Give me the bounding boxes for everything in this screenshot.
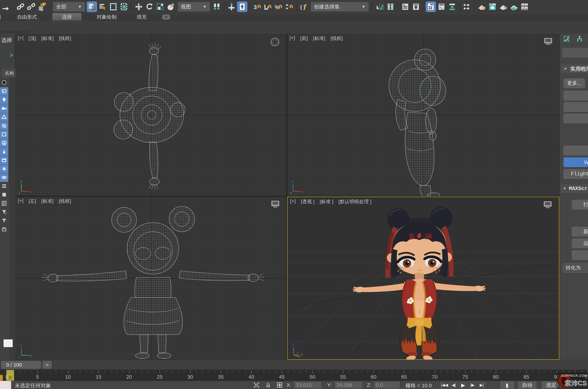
curve-editor-button[interactable] (436, 1, 447, 12)
render-setup-button[interactable] (477, 1, 487, 12)
display-shapes-filter-button[interactable] (0, 87, 8, 96)
display-xrefs-filter-button[interactable] (0, 139, 8, 147)
named-selection-sets-dropdown[interactable]: 创建选择集▼ (311, 2, 368, 11)
viewport-left[interactable]: [+][左][标准][线框] z y x (16, 196, 286, 360)
select-and-place-button[interactable] (166, 1, 176, 12)
previous-frame-button[interactable]: ◀| (449, 381, 459, 389)
viewpoint-menu[interactable]: [前] (300, 35, 308, 42)
absolute-transform-icon[interactable] (276, 382, 284, 389)
explorer-boxlist-filter-button[interactable] (0, 199, 8, 208)
use-pivot-point-center-button[interactable] (212, 1, 222, 12)
unlink-selection-button[interactable] (26, 1, 36, 12)
ribbon-tab-1[interactable]: 模 (0, 13, 6, 21)
ribbon-tab-3[interactable]: 选择 (53, 13, 81, 21)
viewport-menu-button[interactable]: [+] (18, 198, 24, 204)
display-containers-filter-button[interactable] (0, 156, 8, 165)
selection-lock-icon[interactable] (265, 382, 272, 389)
render-standard-menu[interactable]: [标准] (41, 198, 54, 204)
next-frame-button[interactable]: > (42, 361, 52, 369)
gizmo-arc-icon[interactable] (563, 35, 570, 44)
viewport-navigation-gizmo[interactable] (544, 201, 552, 207)
utilities-rollout-header[interactable]: ▼ 实用程序 (561, 65, 588, 73)
render-in-cloud-button[interactable] (509, 1, 519, 12)
rendered-frame-window-button[interactable] (487, 1, 498, 12)
isolate-selection-icon[interactable] (253, 382, 261, 389)
viewport-menu-button[interactable]: [+] (290, 35, 295, 42)
select-by-name-button[interactable] (97, 1, 108, 12)
select-and-link-button[interactable] (15, 1, 26, 12)
ribbon-tab-5[interactable]: 填充 (132, 13, 151, 21)
front-view-wireframe-model[interactable] (287, 34, 560, 196)
display-cameras-filter-button[interactable] (0, 104, 8, 113)
open-listener-button[interactable]: 打 (572, 200, 588, 210)
explorer-filter-filter-button[interactable] (0, 217, 8, 225)
ribbon-collapsed-strip[interactable] (0, 21, 588, 34)
track-bar[interactable]: 0 05101520253035404550556065707580859095 (0, 370, 588, 381)
set-key-button[interactable] (500, 381, 514, 389)
top-view-wireframe-model[interactable] (16, 34, 286, 196)
shading-menu[interactable]: [线框] (59, 198, 71, 204)
maxscript-rollout-header[interactable]: ▼ MAXScript (561, 184, 588, 193)
explorer-filter-config-filter-button[interactable] (0, 208, 8, 216)
display-groups-filter-button[interactable] (0, 130, 8, 139)
display-bones-filter-button[interactable] (0, 148, 8, 156)
dock-expand-arrow[interactable]: > (10, 52, 13, 59)
play-animation-button[interactable]: ▶ (459, 381, 468, 389)
select-and-manipulate-button[interactable] (226, 1, 237, 12)
ribbon-tab-2[interactable]: 自由形式 (13, 13, 42, 21)
next-frame-button[interactable]: |▶ (468, 381, 477, 389)
viewpoint-menu[interactable]: [顶] (28, 35, 36, 42)
angle-snap-toggle-button[interactable] (263, 1, 273, 12)
more-button[interactable]: 更多... (563, 78, 585, 88)
render-standard-menu[interactable]: [标准 ] (320, 198, 333, 205)
ribbon-overflow-button[interactable]: ▼ (162, 14, 170, 20)
nezha-character-model[interactable]: 束 神 (288, 197, 559, 359)
y-coordinate-field[interactable]: 24.096 (335, 382, 362, 389)
spinner-snap-toggle-button[interactable] (284, 1, 294, 12)
toggle-layer-explorer-button[interactable] (411, 1, 421, 12)
select-object-button[interactable] (87, 1, 97, 12)
reference-coordinate-system-dropdown[interactable]: 视图▼ (178, 2, 210, 11)
viewport-navigation-gizmo[interactable] (544, 38, 552, 43)
viewport-navigation-gizmo[interactable] (271, 38, 279, 46)
utility-button-3[interactable] (563, 114, 588, 123)
render-presets-button[interactable] (519, 1, 530, 12)
keyboard-shortcut-override-button[interactable] (237, 1, 247, 12)
viewport-perspective[interactable]: 束 神 (287, 196, 560, 360)
viewport-navigation-gizmo[interactable] (271, 201, 279, 206)
utility-button-1[interactable] (563, 91, 588, 100)
utility-button-2[interactable] (563, 102, 588, 112)
schematic-view-button[interactable] (462, 1, 472, 12)
viewport-menu-button[interactable]: [+] (18, 35, 24, 42)
bind-to-space-warp-button[interactable] (37, 1, 47, 12)
align-button[interactable] (385, 1, 396, 12)
viewport-top[interactable]: [+][顶][标准][线框] y x z (16, 34, 286, 196)
display-space-warps-filter-button[interactable] (0, 122, 8, 130)
mirror-button[interactable] (375, 1, 385, 12)
display-lights-filter-button[interactable] (0, 96, 8, 104)
active-utility-button[interactable]: W (563, 157, 588, 167)
viewpoint-menu[interactable]: [左] (28, 198, 36, 204)
shading-menu[interactable]: [线框] (59, 35, 71, 42)
select-and-scale-button[interactable] (155, 1, 165, 12)
shading-menu[interactable]: [线框] (331, 35, 343, 42)
render-production-button[interactable] (498, 1, 508, 12)
go-to-end-button[interactable]: ▶| (477, 381, 486, 389)
explorer-blank-filter-button[interactable] (0, 191, 8, 199)
hierarchy-tree-icon[interactable] (576, 35, 583, 44)
ribbon-tab-4[interactable]: 对象绘制 (92, 13, 121, 21)
display-geometry-filter-button[interactable] (0, 79, 8, 87)
current-frame-display[interactable]: 0 / 100 (1, 361, 41, 369)
script-button-extra[interactable] (572, 250, 588, 260)
select-and-rotate-button[interactable] (144, 1, 155, 12)
flight-studio-button[interactable]: Flight (563, 169, 588, 179)
z-coordinate-field[interactable]: 0.0 (374, 382, 400, 389)
redo-button[interactable] (0, 1, 11, 12)
snaps-toggle-3d-button[interactable]: 3 (252, 1, 262, 12)
new-script-button[interactable]: 新 (572, 227, 588, 236)
maxscript-mini-listener[interactable] (0, 381, 11, 389)
selection-filter-dropdown[interactable]: 全部▼ (53, 2, 85, 11)
select-and-move-button[interactable] (134, 1, 144, 12)
ribbon-drag-handle[interactable] (1, 30, 30, 33)
display-hidden-filter-button[interactable] (0, 173, 8, 182)
